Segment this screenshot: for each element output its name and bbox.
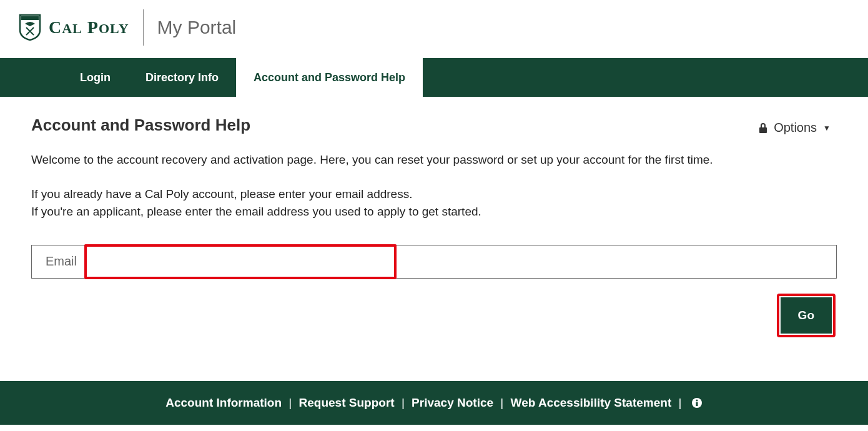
go-button-highlight: Go (777, 294, 836, 337)
svg-rect-3 (759, 127, 767, 133)
go-button-row: Go (31, 294, 837, 337)
email-field-row: Email (31, 245, 837, 279)
footer-link-accessibility[interactable]: Web Accessibility Statement (511, 396, 672, 409)
tab-login[interactable]: Login (62, 58, 128, 97)
options-label: Options (774, 121, 817, 135)
instruction-line-2: If you're an applicant, please enter the… (31, 203, 837, 221)
svg-point-5 (696, 400, 698, 402)
shield-icon (19, 14, 41, 41)
header-divider (143, 9, 144, 46)
info-icon[interactable] (691, 397, 703, 409)
intro-text: Welcome to the account recovery and acti… (31, 151, 837, 169)
footer-link-request-support[interactable]: Request Support (299, 396, 395, 409)
footer: Account Information | Request Support | … (0, 381, 868, 425)
main-content: Account and Password Help Options ▼ Welc… (0, 97, 868, 356)
svg-rect-6 (696, 402, 698, 406)
brand-text: CAL POLY (49, 17, 129, 37)
email-label: Email (32, 245, 84, 278)
header: CAL POLY My Portal (0, 0, 868, 58)
tab-account-password-help[interactable]: Account and Password Help (236, 58, 423, 97)
go-button[interactable]: Go (781, 297, 832, 334)
portal-title: My Portal (157, 17, 237, 38)
footer-link-account-info[interactable]: Account Information (165, 396, 282, 409)
chevron-down-icon: ▼ (823, 124, 831, 132)
svg-rect-0 (21, 16, 39, 20)
lock-icon (759, 123, 767, 133)
email-input-highlight (84, 244, 397, 279)
instruction-line-1: If you already have a Cal Poly account, … (31, 186, 837, 204)
footer-link-privacy[interactable]: Privacy Notice (412, 396, 493, 409)
brand-logo-group[interactable]: CAL POLY (19, 14, 129, 41)
page-title: Account and Password Help (31, 116, 837, 135)
email-input[interactable] (87, 247, 394, 277)
tab-directory-info[interactable]: Directory Info (128, 58, 236, 97)
instruction-text: If you already have a Cal Poly account, … (31, 186, 837, 221)
nav-bar: Login Directory Info Account and Passwor… (0, 58, 868, 97)
options-dropdown[interactable]: Options ▼ (759, 121, 831, 135)
